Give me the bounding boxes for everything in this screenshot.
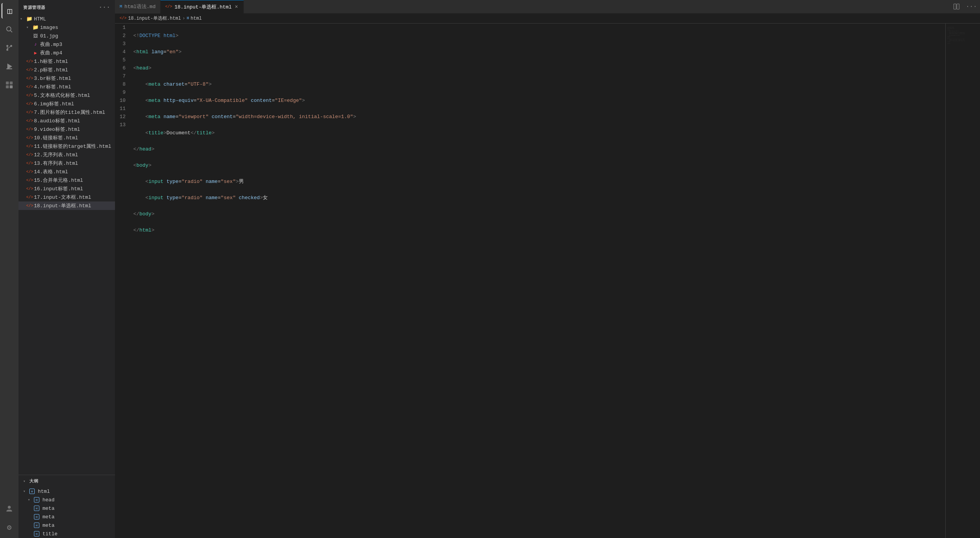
split-editor-button[interactable]: [950, 3, 963, 10]
outline-item-meta3[interactable]: H meta: [19, 521, 115, 530]
activity-bar: ◫ ⚙: [0, 0, 19, 538]
run-icon[interactable]: [2, 59, 17, 74]
breadcrumb-html[interactable]: html: [191, 16, 202, 21]
file-label: 夜曲.mp3: [40, 41, 62, 48]
outline-item-head[interactable]: ▾ H head: [19, 496, 115, 504]
file-label: 17.input-文本框.html: [34, 194, 91, 201]
file-5text[interactable]: </> 5.文本格式化标签.html: [19, 91, 115, 100]
minimap-content: <!DOCTYPE html> <html lang="en"> <head> …: [946, 24, 980, 47]
more-actions-button[interactable]: ···: [963, 3, 980, 10]
sidebar-more-button[interactable]: ···: [99, 4, 110, 11]
chevron-down-icon: ▾: [23, 479, 28, 484]
code-line-5: <meta http-equiv="X-UA-Compatible" conte…: [133, 96, 945, 105]
file-3br[interactable]: </> 3.br标签.html: [19, 74, 115, 83]
file-01jpg[interactable]: 🖼 01.jpg: [19, 32, 115, 40]
html-icon: </>: [26, 153, 32, 157]
html-icon: </>: [26, 178, 32, 183]
file-15merge[interactable]: </> 15.合并单元格.html: [19, 176, 115, 184]
svg-rect-15: [957, 4, 959, 9]
file-10link[interactable]: </> 10.链接标签.html: [19, 134, 115, 142]
html-icon: </>: [26, 144, 32, 149]
search-icon[interactable]: [2, 22, 17, 37]
chevron-down-icon: ▾: [23, 489, 28, 494]
file-label: 8.audio标签.html: [34, 117, 80, 124]
sidebar-header: 资源管理器 ···: [19, 0, 115, 15]
html-icon: </>: [26, 59, 32, 64]
html-icon: </>: [26, 102, 32, 106]
html-icon: </>: [26, 76, 32, 81]
image-icon: 🖼: [32, 33, 39, 39]
outline-label: head: [42, 497, 54, 503]
file-label: 6.img标签.html: [34, 100, 74, 107]
folder-html[interactable]: ▾ 📁 HTML: [19, 15, 115, 23]
code-line-12: </body>: [133, 210, 945, 218]
chevron-down-icon: ▾: [28, 497, 32, 502]
outline-item-html[interactable]: ▾ H html: [19, 487, 115, 496]
html-icon: </>: [26, 170, 32, 174]
code-line-3: <head>: [133, 64, 945, 72]
settings-icon[interactable]: ⚙: [2, 519, 17, 535]
breadcrumb-file[interactable]: 18.input-单选框.html: [128, 15, 181, 22]
code-line-7: <title>Document</title>: [133, 129, 945, 137]
tab-html-syntax[interactable]: M html语法.md: [115, 0, 161, 14]
file-label: 15.合并单元格.html: [34, 177, 83, 184]
outline-item-meta1[interactable]: H meta: [19, 504, 115, 513]
html-icon: </>: [26, 136, 32, 140]
source-control-icon[interactable]: [2, 40, 17, 56]
code-line-8: </head>: [133, 145, 945, 153]
file-label: 11.链接标签的target属性.html: [34, 143, 111, 150]
file-mp3[interactable]: ♪ 夜曲.mp3: [19, 40, 115, 49]
html-icon: </>: [26, 68, 32, 72]
outline-label: meta: [42, 506, 54, 511]
meta-outline-icon: H: [34, 514, 39, 519]
outline-label: html: [38, 489, 50, 494]
file-6img[interactable]: </> 6.img标签.html: [19, 100, 115, 108]
html-icon: </>: [26, 187, 32, 191]
breadcrumb-icon: </>: [120, 16, 127, 20]
html-outline-icon: H: [29, 489, 35, 494]
account-icon[interactable]: [2, 501, 17, 516]
html-icon: </>: [26, 85, 32, 89]
file-13ol[interactable]: </> 13.有序列表.html: [19, 159, 115, 167]
svg-rect-10: [10, 81, 13, 85]
outline-item-meta2[interactable]: H meta: [19, 513, 115, 521]
tab-18-input-radio[interactable]: </> 18.input-单选框.html ×: [161, 0, 244, 14]
file-9video[interactable]: </> 9.video标签.html: [19, 125, 115, 134]
file-label: 夜曲.mp4: [40, 49, 62, 56]
breadcrumb-icon2: H: [187, 16, 189, 20]
svg-point-4: [7, 49, 8, 51]
html-icon: </>: [165, 5, 172, 9]
file-18input-radio[interactable]: </> 18.input-单选框.html: [19, 201, 115, 210]
file-8audio[interactable]: </> 8.audio标签.html: [19, 117, 115, 125]
outline-label: title: [42, 531, 57, 537]
file-mp4[interactable]: ▶ 夜曲.mp4: [19, 49, 115, 57]
file-16input[interactable]: </> 16.input标签.html: [19, 184, 115, 193]
file-4hr[interactable]: </> 4.hr标签.html: [19, 83, 115, 91]
file-label: 9.video标签.html: [34, 126, 80, 133]
code-editor[interactable]: 1 2 3 4 5 6 7 8 9 10 11 12 13 <!DOCTYPE …: [115, 24, 980, 538]
file-7img-title[interactable]: </> 7.图片标签的title属性.html: [19, 108, 115, 117]
file-12ul[interactable]: </> 12.无序列表.html: [19, 151, 115, 159]
html-icon: </>: [26, 119, 32, 123]
file-11link-target[interactable]: </> 11.链接标签的target属性.html: [19, 142, 115, 151]
file-label: 14.表格.html: [34, 168, 68, 175]
outline-item-title[interactable]: H title: [19, 530, 115, 538]
explorer-icon[interactable]: ◫: [2, 3, 17, 19]
tab-close-button[interactable]: ×: [234, 4, 238, 10]
meta-outline-icon: H: [34, 523, 39, 528]
file-14table[interactable]: </> 14.表格.html: [19, 167, 115, 176]
svg-point-2: [7, 45, 8, 47]
file-label: 10.链接标签.html: [34, 134, 78, 141]
file-1h[interactable]: </> 1.h标签.html: [19, 57, 115, 66]
sidebar-title: 资源管理器: [23, 5, 46, 10]
md-icon: M: [120, 4, 122, 9]
extensions-icon[interactable]: [2, 77, 17, 93]
folder-images[interactable]: ▾ 📁 images: [19, 23, 115, 32]
file-17input-text[interactable]: </> 17.input-文本框.html: [19, 193, 115, 201]
outline-section: ▾ H html ▾ H head H meta H meta H meta H…: [19, 487, 115, 538]
chevron-down-icon: ▾: [26, 25, 31, 30]
html-icon: </>: [26, 204, 32, 208]
line-numbers: 1 2 3 4 5 6 7 8 9 10 11 12 13: [115, 24, 130, 538]
file-2p[interactable]: </> 2.p标签.html: [19, 66, 115, 74]
file-label: 18.input-单选框.html: [34, 202, 91, 209]
